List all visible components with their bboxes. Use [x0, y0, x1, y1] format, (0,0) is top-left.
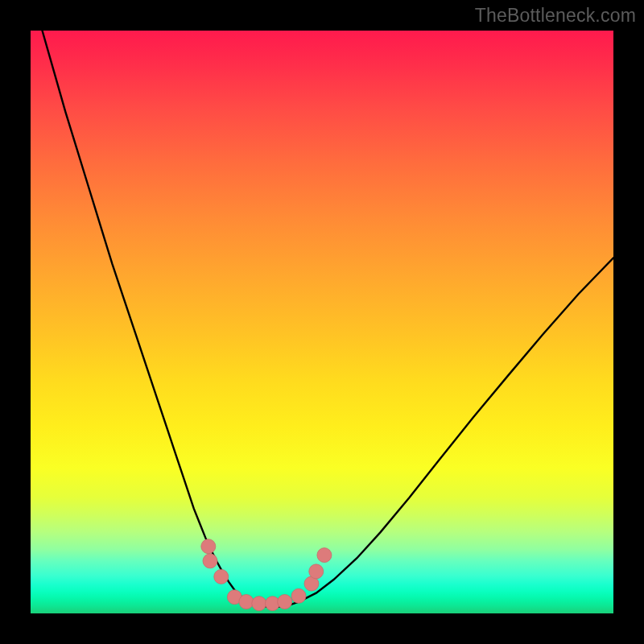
watermark-text: TheBottleneck.com — [475, 5, 636, 27]
chart-frame: TheBottleneck.com — [0, 0, 644, 644]
marker-bottom-3 — [252, 597, 266, 611]
marker-bottom-5 — [278, 595, 292, 609]
marker-right-top — [317, 548, 332, 563]
marker-left-pair-lower — [203, 554, 217, 568]
marker-group — [201, 539, 332, 611]
marker-right-pair-upper — [309, 564, 324, 579]
marker-bottom-2 — [239, 595, 254, 609]
plot-area — [31, 31, 613, 613]
marker-left-pair-upper — [201, 539, 216, 554]
chart-svg — [31, 31, 613, 613]
marker-left-single — [214, 569, 229, 584]
marker-right-single — [291, 588, 306, 603]
bottleneck-curve — [42, 31, 613, 607]
